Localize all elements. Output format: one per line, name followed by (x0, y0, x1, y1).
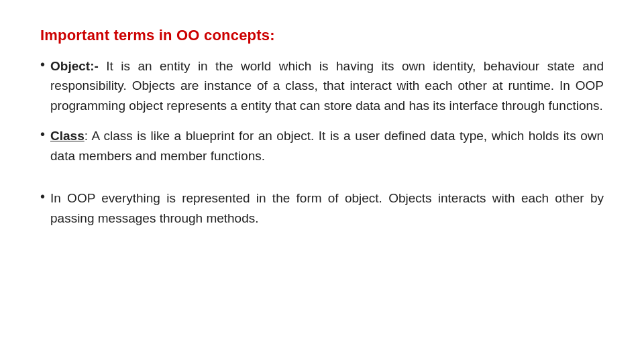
oop-description: In OOP everything is represented in the … (50, 191, 604, 225)
bullet-text-class: Class: A class is like a blueprint for a… (50, 126, 604, 166)
bullet-text-oop: In OOP everything is represented in the … (50, 188, 604, 228)
bullet-symbol-object: • (40, 57, 45, 72)
class-description: : A class is like a blueprint for an obj… (50, 129, 604, 162)
content-area: • Object:- It is an entity in the world … (40, 56, 604, 239)
bullet-text-object: Object:- It is an entity in the world wh… (50, 56, 604, 115)
term-object: Object:- (50, 59, 99, 73)
slide-container: Important terms in OO concepts: • Object… (0, 0, 644, 362)
spacer (40, 176, 604, 188)
bullet-class: • Class: A class is like a blueprint for… (40, 126, 604, 166)
bullet-symbol-oop: • (40, 189, 45, 204)
object-description: It is an entity in the world which is ha… (50, 59, 604, 113)
term-class: Class (50, 129, 85, 143)
bullet-symbol-class: • (40, 127, 45, 142)
bullet-oop: • In OOP everything is represented in th… (40, 188, 604, 228)
slide-title: Important terms in OO concepts: (40, 27, 604, 44)
bullet-object: • Object:- It is an entity in the world … (40, 56, 604, 115)
